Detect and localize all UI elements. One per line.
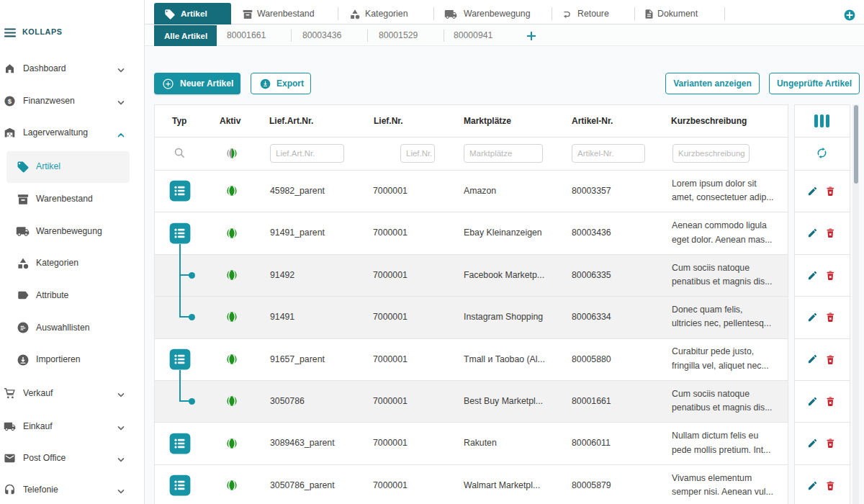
svg-text:$: $ xyxy=(8,96,12,104)
